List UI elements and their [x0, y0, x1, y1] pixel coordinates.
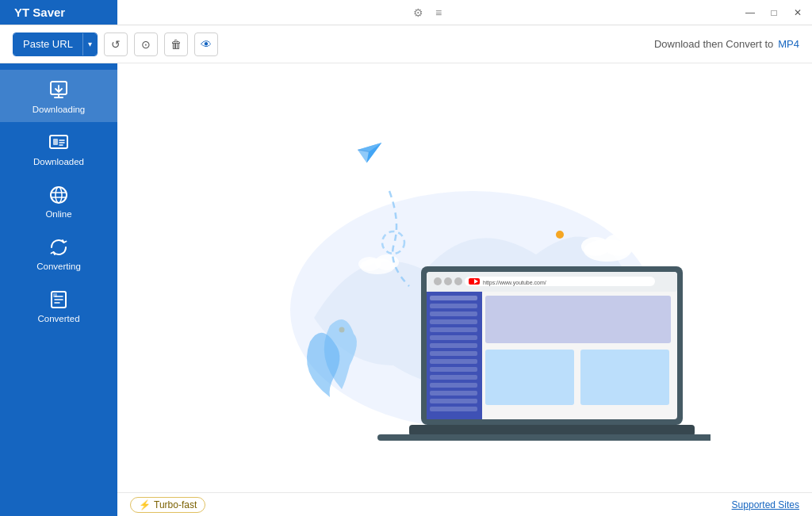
toolbar: Paste URL ▾ ↺ ⊙ 🗑 👁 Download then Conver…	[0, 25, 812, 63]
sidebar-item-online[interactable]: Online	[0, 174, 117, 227]
svg-point-29	[434, 277, 442, 285]
sidebar-item-converted[interactable]: Converted	[0, 279, 117, 331]
window-controls: — □ ✕	[739, 4, 812, 21]
converting-label: Converting	[36, 262, 81, 271]
svg-rect-41	[430, 327, 477, 332]
app-title-text: YT Saver	[14, 6, 65, 19]
svg-rect-55	[409, 425, 695, 436]
svg-rect-48	[430, 383, 477, 388]
svg-point-21	[358, 257, 381, 271]
download-convert-label: Download then Convert to	[654, 38, 773, 50]
svg-rect-47	[430, 375, 477, 380]
downloading-icon	[48, 79, 70, 101]
svg-rect-49	[430, 391, 477, 396]
svg-rect-14	[53, 293, 57, 297]
close-button[interactable]: ✕	[787, 4, 809, 21]
turbo-icon: ⚡	[139, 499, 151, 510]
main-layout: Downloading Downloaded	[0, 63, 812, 516]
svg-rect-51	[430, 407, 477, 411]
menu-icon[interactable]: ≡	[431, 5, 446, 21]
paste-url-label: Paste URL	[13, 33, 82, 55]
svg-rect-46	[430, 367, 477, 372]
svg-point-31	[454, 277, 462, 285]
maximize-button[interactable]: □	[763, 4, 785, 21]
paste-url-button[interactable]: Paste URL ▾	[13, 32, 98, 56]
svg-rect-52	[485, 296, 671, 343]
svg-rect-42	[430, 335, 477, 340]
online-label: Online	[45, 209, 71, 219]
main-illustration: https://www.youtube.com/	[219, 96, 710, 461]
svg-rect-1	[50, 136, 67, 148]
title-bar-left: YT Saver	[0, 0, 117, 25]
title-bar: YT Saver ⚙ ≡ — □ ✕	[0, 0, 812, 25]
svg-rect-43	[430, 343, 477, 348]
svg-point-18	[581, 237, 610, 256]
turbo-label: Turbo-fast	[154, 499, 197, 510]
svg-rect-50	[430, 399, 477, 403]
downloaded-label: Downloaded	[33, 157, 84, 166]
sidebar-item-downloaded[interactable]: Downloaded	[0, 122, 117, 174]
svg-rect-54	[580, 350, 669, 405]
converting-icon	[48, 236, 70, 258]
stop-icon: ⊙	[141, 38, 151, 51]
undo-icon: ↺	[111, 38, 121, 51]
svg-rect-37	[430, 296, 477, 300]
svg-point-22	[556, 231, 564, 239]
svg-rect-56	[377, 434, 710, 441]
sidebar-item-converting[interactable]: Converting	[0, 227, 117, 279]
svg-rect-40	[430, 319, 477, 324]
turbo-fast-badge: ⚡ Turbo-fast	[130, 497, 205, 513]
converted-icon	[48, 289, 70, 311]
stop-button[interactable]: ⊙	[134, 32, 158, 56]
svg-rect-44	[430, 351, 477, 356]
title-bar-icons: ⚙ ≡	[402, 5, 454, 21]
svg-point-7	[56, 187, 62, 203]
footer: ⚡ Turbo-fast Supported Sites	[117, 492, 812, 516]
delete-button[interactable]: 🗑	[164, 32, 188, 56]
supported-sites-link[interactable]: Supported Sites	[732, 499, 799, 510]
sidebar-item-downloading[interactable]: Downloading	[0, 70, 117, 122]
undo-button[interactable]: ↺	[104, 32, 128, 56]
app-title: YT Saver	[0, 0, 117, 25]
svg-rect-38	[430, 304, 477, 308]
settings-icon[interactable]: ⚙	[410, 5, 426, 21]
svg-rect-2	[53, 139, 58, 145]
preview-button[interactable]: 👁	[194, 32, 218, 56]
svg-point-30	[444, 277, 452, 285]
sidebar: Downloading Downloaded	[0, 63, 117, 516]
downloading-label: Downloading	[33, 105, 86, 114]
downloaded-icon	[48, 132, 70, 154]
minimize-button[interactable]: —	[739, 4, 761, 21]
content-area: https://www.youtube.com/	[117, 63, 812, 516]
preview-icon: 👁	[201, 38, 212, 51]
svg-rect-53	[485, 350, 574, 405]
converted-label: Converted	[37, 314, 79, 323]
content-main: https://www.youtube.com/	[117, 63, 812, 492]
svg-rect-39	[430, 312, 477, 316]
svg-point-6	[51, 187, 67, 203]
svg-rect-45	[430, 359, 477, 364]
online-icon	[48, 184, 70, 206]
format-link[interactable]: MP4	[778, 38, 799, 50]
delete-icon: 🗑	[170, 38, 182, 51]
paste-url-dropdown-arrow[interactable]: ▾	[82, 33, 97, 55]
svg-text:https://www.youtube.com/: https://www.youtube.com/	[483, 280, 546, 286]
toolbar-right: Download then Convert to MP4	[654, 38, 799, 50]
